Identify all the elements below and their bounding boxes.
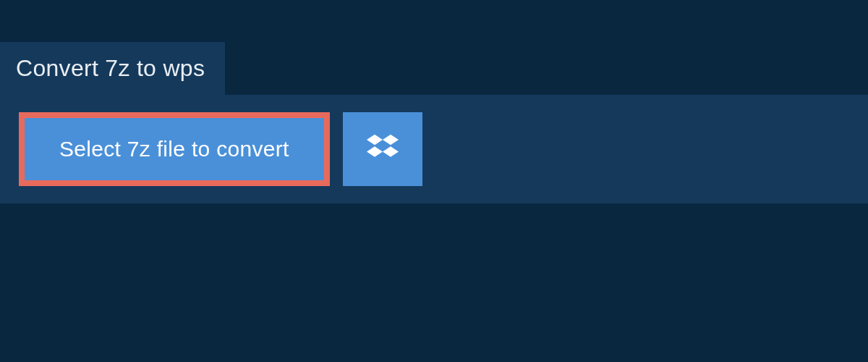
select-file-button[interactable]: Select 7z file to convert <box>19 112 330 186</box>
select-file-label: Select 7z file to convert <box>59 137 289 161</box>
dropbox-icon <box>367 132 399 167</box>
tab-title: Convert 7z to wps <box>16 55 205 81</box>
dropbox-button[interactable] <box>343 112 422 186</box>
button-row: Select 7z file to convert <box>19 112 849 186</box>
convert-panel: Select 7z file to convert <box>0 95 868 203</box>
tab-convert[interactable]: Convert 7z to wps <box>0 42 225 95</box>
tab-bar: Convert 7z to wps <box>0 42 868 95</box>
